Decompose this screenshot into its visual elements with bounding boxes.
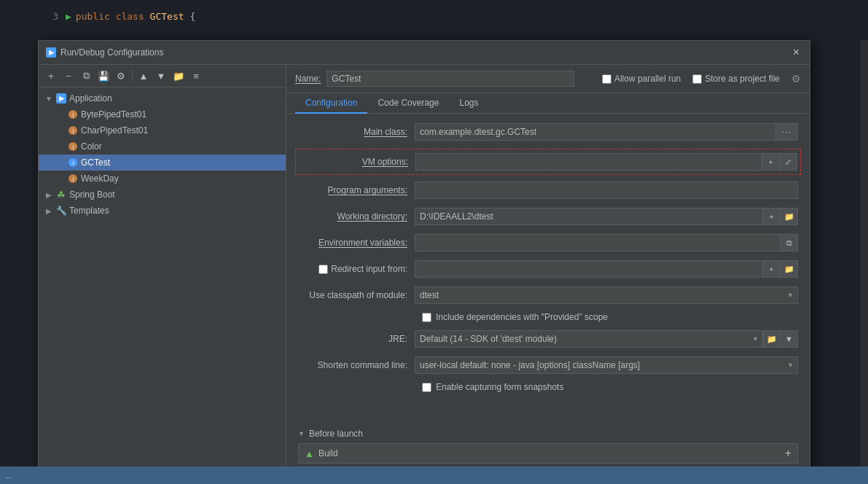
working-dir-browse-button[interactable]: 📁 <box>781 208 798 225</box>
name-label: Name: <box>295 74 321 84</box>
build-icon: ▲ <box>305 448 314 459</box>
run-gutter-icon[interactable]: ▶ <box>66 11 71 22</box>
jre-row: JRE: Default (14 - SDK of 'dtest' module… <box>298 329 798 348</box>
toolbar-separator <box>132 70 133 82</box>
settings-button[interactable]: ⚙ <box>113 68 129 84</box>
java-icon-bytepiped: J <box>68 109 78 120</box>
line-number: 3 <box>44 11 58 22</box>
expand-placeholder5 <box>56 174 65 183</box>
java-icon-weekday: J <box>68 173 78 184</box>
vm-options-add-button[interactable]: + <box>762 153 780 171</box>
jre-dropdown-button[interactable]: ▼ <box>781 330 798 348</box>
build-row: ▲ Build + <box>298 443 798 464</box>
enable-snapshots-checkbox[interactable] <box>422 383 431 392</box>
working-dir-label: Working directory: <box>298 211 415 222</box>
tree-item-application[interactable]: ▼ ▶ Application <box>39 90 286 106</box>
sort-button[interactable]: ≡ <box>188 68 204 84</box>
right-sidebar <box>861 40 868 470</box>
expand-placeholder2 <box>56 126 65 135</box>
redirect-input-checkbox[interactable] <box>318 265 328 274</box>
tree-toolbar: + − ⧉ 💾 ⚙ ▲ ▼ 📁 ≡ <box>39 65 286 87</box>
program-args-row: Program arguments: <box>298 181 798 200</box>
jre-select[interactable]: Default (14 - SDK of 'dtest' module) <box>415 330 763 348</box>
expand-placeholder <box>56 110 65 119</box>
before-launch-header[interactable]: ▼ Before launch <box>298 429 798 439</box>
vm-options-expand-button[interactable]: ⤢ <box>780 153 797 171</box>
jre-browse-button[interactable]: 📁 <box>763 330 781 348</box>
main-class-input[interactable] <box>415 123 776 141</box>
remove-config-button[interactable]: − <box>60 68 77 84</box>
tree-item-springboot[interactable]: ▶ ☘ Spring Boot <box>39 187 286 203</box>
allow-parallel-label: Allow parallel run <box>614 74 681 84</box>
tree-item-bytepiped[interactable]: J BytePipedTest01 <box>39 106 286 122</box>
redirect-browse-button[interactable]: 📁 <box>781 260 798 278</box>
store-as-project-label: Store as project file <box>705 74 780 84</box>
allow-parallel-item[interactable]: Allow parallel run <box>602 74 681 84</box>
expand-placeholder3 <box>56 142 65 151</box>
redirect-input-label-wrapper: Redirect input from: <box>298 264 415 274</box>
copy-config-button[interactable]: ⧉ <box>78 68 94 84</box>
build-plus-button[interactable]: + <box>785 447 791 460</box>
dialog-title: Run/Debug Configurations <box>60 47 163 58</box>
spring-icon: ☘ <box>56 190 66 200</box>
main-class-input-group: ··· <box>415 123 798 141</box>
program-args-label: Program arguments: <box>298 185 415 195</box>
shorten-cmdline-select-wrapper: user-local default: none - java [options… <box>415 356 798 374</box>
ide-status-bar: ... <box>0 467 868 484</box>
tree-label-bytepiped: BytePipedTest01 <box>81 109 146 120</box>
env-vars-browse-button[interactable]: ⧉ <box>781 234 798 251</box>
env-vars-input[interactable] <box>415 234 781 251</box>
tree-label-weekday: WeekDay <box>81 173 119 184</box>
env-vars-row: Environment variables: ⧉ <box>298 233 798 252</box>
vm-options-label: VM options: <box>299 157 415 167</box>
move-up-button[interactable]: ▲ <box>136 68 152 84</box>
tab-logs[interactable]: Logs <box>449 93 488 114</box>
main-class-browse-button[interactable]: ··· <box>776 123 798 141</box>
name-input[interactable] <box>327 71 574 87</box>
expand-icon-templates: ▶ <box>44 206 53 215</box>
store-as-project-item[interactable]: Store as project file <box>692 74 780 84</box>
include-deps-row: Include dependencies with "Provided" sco… <box>298 312 798 322</box>
allow-parallel-checkbox[interactable] <box>602 74 611 84</box>
save-config-button[interactable]: 💾 <box>95 68 112 84</box>
tab-code-coverage[interactable]: Code Coverage <box>367 93 449 114</box>
tree-item-templates[interactable]: ▶ 🔧 Templates <box>39 203 286 219</box>
program-args-input[interactable] <box>415 182 798 199</box>
enable-snapshots-label: Enable capturing form snapshots <box>436 382 563 392</box>
working-dir-input[interactable] <box>415 208 763 225</box>
classpath-module-select-wrapper: dtest <box>415 286 798 304</box>
add-config-button[interactable]: + <box>43 68 59 84</box>
tree-item-color[interactable]: J Color <box>39 138 286 155</box>
tree-item-charpiped[interactable]: J CharPipedTest01 <box>39 122 286 138</box>
tree-item-gctest[interactable]: J GCTest <box>39 155 286 171</box>
tab-configuration[interactable]: Configuration <box>295 93 367 114</box>
redirect-input-input[interactable] <box>415 260 763 278</box>
dialog-close-button[interactable]: × <box>790 45 802 60</box>
tree-item-weekday[interactable]: J WeekDay <box>39 171 286 187</box>
classpath-module-select[interactable]: dtest <box>415 286 798 304</box>
run-debug-dialog: ▶ Run/Debug Configurations × + − ⧉ 💾 ⚙ ▲… <box>38 40 810 470</box>
redirect-add-button[interactable]: + <box>763 260 781 278</box>
dialog-title-left: ▶ Run/Debug Configurations <box>46 47 163 58</box>
shorten-cmdline-select[interactable]: user-local default: none - java [options… <box>415 356 798 374</box>
vm-options-input[interactable] <box>415 153 762 171</box>
dialog-title-icon: ▶ <box>46 47 56 58</box>
working-dir-add-button[interactable]: + <box>763 208 781 225</box>
right-panel: Name: Allow parallel run Store as projec… <box>286 65 810 469</box>
build-label: Build <box>318 448 781 458</box>
checkbox-group: Allow parallel run Store as project file… <box>602 73 801 85</box>
tree-label-springboot: Spring Boot <box>69 190 115 200</box>
config-content: Main class: ··· VM options: + ⤢ <box>286 114 810 426</box>
tree-label-charpiped: CharPipedTest01 <box>81 125 148 136</box>
gear-icon[interactable]: ⚙ <box>791 73 801 85</box>
folder-button[interactable]: 📁 <box>171 68 187 84</box>
include-deps-checkbox[interactable] <box>422 313 431 322</box>
jre-select-wrapper: Default (14 - SDK of 'dtest' module) <box>415 330 763 348</box>
move-down-button[interactable]: ▼ <box>153 68 169 84</box>
store-as-project-checkbox[interactable] <box>692 74 702 84</box>
redirect-input-group: + 📁 <box>415 260 798 278</box>
vm-options-input-group: + ⤢ <box>415 153 797 171</box>
java-icon-color: J <box>68 141 78 152</box>
expand-placeholder4 <box>56 158 65 167</box>
classpath-module-label: Use classpath of module: <box>298 290 415 300</box>
